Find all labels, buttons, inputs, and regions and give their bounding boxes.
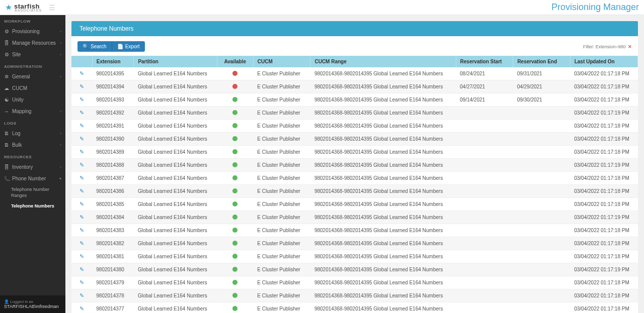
cucm-range-cell: 9802014368-9802014395 Global Learned E16… — [310, 185, 456, 198]
reservation-end-cell: 09/31/2021 — [513, 67, 571, 80]
last-updated-cell: 03/04/2022 01:17:19 PM — [570, 107, 637, 120]
table-row: ✎9802014382Global Learned E164 NumbersE … — [71, 237, 638, 250]
cucm-cell: E Cluster Publisher — [253, 107, 310, 120]
last-updated-cell: 03/04/2022 01:17:19 PM — [570, 159, 637, 172]
reservation-start-cell — [456, 172, 513, 185]
table-row: ✎9802014389Global Learned E164 NumbersE … — [71, 146, 638, 159]
sidebar-item-label: CUCM — [12, 85, 27, 91]
sidebar-subitem-telephone-number-ranges[interactable]: Telephone Number Ranges — [0, 184, 65, 201]
login-label: 👤 Logged in as — [4, 299, 61, 304]
table-body: ✎9802014395Global Learned E164 NumbersE … — [71, 67, 638, 313]
sidebar-item-site[interactable]: ⚙Site› — [0, 49, 65, 60]
column-header-edit[interactable] — [71, 56, 92, 67]
reservation-start-cell — [456, 185, 513, 198]
edit-icon[interactable]: ✎ — [79, 201, 84, 207]
edit-icon[interactable]: ✎ — [79, 96, 84, 102]
column-header-reservation-start[interactable]: Reservation Start — [456, 56, 513, 67]
available-cell — [217, 198, 253, 211]
edit-icon[interactable]: ✎ — [79, 292, 84, 298]
search-button[interactable]: 🔍 Search — [77, 41, 112, 52]
column-header-cucm-range[interactable]: CUCM Range — [310, 56, 456, 67]
sidebar-item-label: General — [12, 74, 30, 79]
sidebar-item-log[interactable]: 🗎Log› — [0, 128, 65, 139]
edit-icon[interactable]: ✎ — [79, 279, 84, 285]
sidebar-item-phone-number[interactable]: 📞Phone Number▾ — [0, 173, 65, 184]
cucm-cell: E Cluster Publisher — [253, 263, 310, 276]
cucm-range-cell: 9802014368-9802014395 Global Learned E16… — [310, 120, 456, 133]
cucm-cell: E Cluster Publisher — [253, 211, 310, 224]
reservation-end-cell — [513, 302, 571, 314]
reservation-end-cell — [513, 172, 571, 185]
filter-clear-icon[interactable]: ✕ — [628, 44, 632, 49]
status-dot-icon — [232, 110, 237, 115]
edit-icon[interactable]: ✎ — [79, 253, 84, 259]
last-updated-cell: 03/04/2022 01:17:18 PM — [570, 198, 637, 211]
partition-cell: Global Learned E164 Numbers — [134, 250, 217, 263]
hamburger-icon[interactable]: ☰ — [49, 4, 55, 12]
table-row: ✎9802014393Global Learned E164 NumbersE … — [71, 93, 638, 107]
edit-icon[interactable]: ✎ — [79, 240, 84, 246]
export-button[interactable]: 📄 Export — [112, 41, 145, 52]
last-updated-cell: 03/04/2022 01:17:18 PM — [570, 185, 637, 198]
edit-icon[interactable]: ✎ — [79, 214, 84, 220]
edit-icon[interactable]: ✎ — [79, 227, 84, 233]
extension-cell: 9802014385 — [92, 198, 134, 211]
table-row: ✎9802014379Global Learned E164 NumbersE … — [71, 276, 638, 289]
column-header-partition[interactable]: Partition — [134, 56, 217, 67]
column-header-reservation-end[interactable]: Reservation End — [513, 56, 571, 67]
edit-icon[interactable]: ✎ — [79, 83, 84, 89]
table-row: ✎9802014387Global Learned E164 NumbersE … — [71, 172, 638, 185]
last-updated-cell: 03/04/2022 01:17:18 PM — [570, 276, 637, 289]
sidebar-item-cucm[interactable]: ☁CUCM — [0, 82, 65, 94]
status-dot-icon — [232, 136, 237, 141]
available-cell — [217, 250, 253, 263]
extension-cell: 9802014391 — [92, 120, 134, 133]
cucm-cell: E Cluster Publisher — [253, 237, 310, 250]
extension-cell: 9802014395 — [92, 67, 134, 80]
status-dot-icon — [232, 149, 237, 154]
edit-icon[interactable]: ✎ — [79, 162, 84, 168]
edit-icon[interactable]: ✎ — [79, 70, 84, 76]
column-header-extension[interactable]: Extension — [92, 56, 134, 67]
sidebar-item-bulk[interactable]: 🗎Bulk› — [0, 139, 65, 151]
sidebar-item-mapping[interactable]: ↔Mapping› — [0, 106, 65, 117]
sidebar-item-general[interactable]: ✲General› — [0, 71, 65, 82]
cucm-range-cell: 9802014368-9802014395 Global Learned E16… — [310, 133, 456, 146]
last-updated-cell: 03/04/2022 01:17:19 PM — [570, 211, 637, 224]
status-dot-icon — [232, 267, 237, 272]
reservation-start-cell — [456, 211, 513, 224]
sidebar-item-provisioning[interactable]: ⚙Provisioning› — [0, 26, 65, 37]
column-header-cucm[interactable]: CUCM — [253, 56, 310, 67]
reservation-end-cell — [513, 185, 571, 198]
cucm-range-cell: 9802014368-9802014395 Global Learned E16… — [310, 224, 456, 237]
sidebar-item-manage-resources[interactable]: 🗄Manage Resources› — [0, 37, 65, 49]
extension-cell: 9802014393 — [92, 93, 134, 107]
partition-cell: Global Learned E164 Numbers — [134, 146, 217, 159]
reservation-end-cell — [513, 107, 571, 120]
general-icon: ✲ — [4, 74, 9, 79]
edit-icon[interactable]: ✎ — [79, 188, 84, 194]
sidebar-item-label: Site — [12, 52, 21, 57]
chevron-down-icon: ▾ — [59, 176, 61, 181]
extension-cell: 9802014386 — [92, 185, 134, 198]
column-header-last-updated-on[interactable]: Last Updated On — [570, 56, 637, 67]
edit-icon[interactable]: ✎ — [79, 149, 84, 155]
sidebar-subitem-telephone-numbers[interactable]: Telephone Numbers — [0, 201, 65, 212]
reservation-end-cell — [513, 289, 571, 302]
table-row: ✎9802014385Global Learned E164 NumbersE … — [71, 198, 638, 211]
edit-icon[interactable]: ✎ — [79, 123, 84, 129]
edit-icon[interactable]: ✎ — [79, 266, 84, 272]
edit-icon[interactable]: ✎ — [79, 175, 84, 181]
last-updated-cell: 03/04/2022 01:17:18 PM — [570, 302, 637, 314]
chevron-right-icon: › — [60, 131, 61, 136]
column-header-available[interactable]: Available — [217, 56, 253, 67]
partition-cell: Global Learned E164 Numbers — [134, 120, 217, 133]
status-dot-icon — [232, 293, 237, 298]
edit-icon[interactable]: ✎ — [79, 136, 84, 142]
sidebar-item-inventory[interactable]: 🗄Inventory› — [0, 161, 65, 173]
sidebar-item-unity[interactable]: ☯Unity — [0, 94, 65, 106]
edit-icon[interactable]: ✎ — [79, 110, 84, 116]
chevron-right-icon: › — [60, 29, 61, 34]
edit-icon[interactable]: ✎ — [79, 305, 84, 311]
partition-cell: Global Learned E164 Numbers — [134, 237, 217, 250]
